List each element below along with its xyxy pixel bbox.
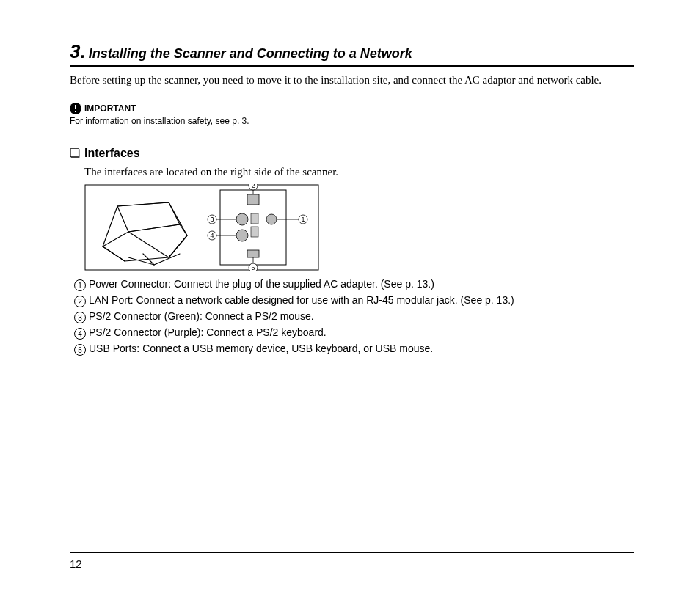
svg-rect-5: [247, 194, 259, 205]
circled-number-icon: 2: [74, 296, 86, 307]
page-number: 12: [70, 557, 82, 570]
page: 3. Installing the Scanner and Connecting…: [0, 0, 700, 600]
important-header: IMPORTANT: [70, 103, 634, 114]
callout-list: 1 Power Connector: Connect the plug of t…: [74, 278, 634, 356]
important-label: IMPORTANT: [84, 103, 136, 114]
circled-number-icon: 4: [74, 328, 86, 340]
callout-item: 3 PS/2 Connector (Green): Connect a PS/2…: [74, 310, 634, 323]
callout-text: PS/2 Connector (Green): Connect a PS/2 m…: [89, 310, 314, 322]
interfaces-heading-row: ❏ Interfaces: [70, 147, 634, 160]
circled-number-icon: 3: [74, 312, 86, 323]
important-text: For information on installation safety, …: [70, 116, 634, 126]
callout-text: LAN Port: Connect a network cable design…: [89, 294, 514, 306]
callout-item: 2 LAN Port: Connect a network cable desi…: [74, 294, 634, 307]
section-heading: 3. Installing the Scanner and Connecting…: [70, 40, 634, 67]
svg-point-8: [266, 214, 277, 224]
important-block: IMPORTANT For information on installatio…: [70, 103, 634, 126]
svg-rect-11: [247, 250, 259, 257]
section-number: 3.: [70, 40, 86, 62]
svg-text:2: 2: [251, 184, 255, 189]
callout-text: Power Connector: Connect the plug of the…: [89, 278, 434, 290]
svg-rect-1: [75, 105, 76, 109]
svg-text:4: 4: [210, 232, 214, 239]
svg-rect-3: [85, 185, 318, 270]
interfaces-diagram: 2 3 4 1 5: [84, 184, 319, 271]
interfaces-heading: Interfaces: [84, 147, 140, 160]
svg-rect-10: [251, 227, 258, 237]
section-title: Installing the Scanner and Connecting to…: [89, 46, 412, 61]
circled-number-icon: 1: [74, 279, 86, 291]
callout-text: USB Ports: Connect a USB memory device, …: [89, 343, 433, 354]
callout-item: 1 Power Connector: Connect the plug of t…: [74, 278, 634, 291]
bullet-icon: ❏: [70, 147, 80, 159]
callout-item: 5 USB Ports: Connect a USB memory device…: [74, 343, 634, 356]
svg-text:3: 3: [210, 216, 214, 223]
svg-text:5: 5: [251, 264, 255, 271]
svg-text:1: 1: [301, 216, 305, 223]
callout-item: 4 PS/2 Connector (Purple): Connect a PS/…: [74, 326, 634, 340]
footer: 12: [70, 552, 634, 571]
callout-text: PS/2 Connector (Purple): Connect a PS/2 …: [89, 326, 327, 338]
svg-point-6: [236, 213, 248, 225]
important-icon: [70, 103, 81, 114]
circled-number-icon: 5: [74, 344, 86, 356]
svg-point-7: [236, 230, 248, 241]
interfaces-intro: The interfaces are located on the right …: [84, 166, 634, 178]
section-intro: Before setting up the scanner, you need …: [70, 74, 634, 87]
svg-rect-9: [251, 213, 258, 224]
svg-rect-2: [75, 111, 76, 112]
